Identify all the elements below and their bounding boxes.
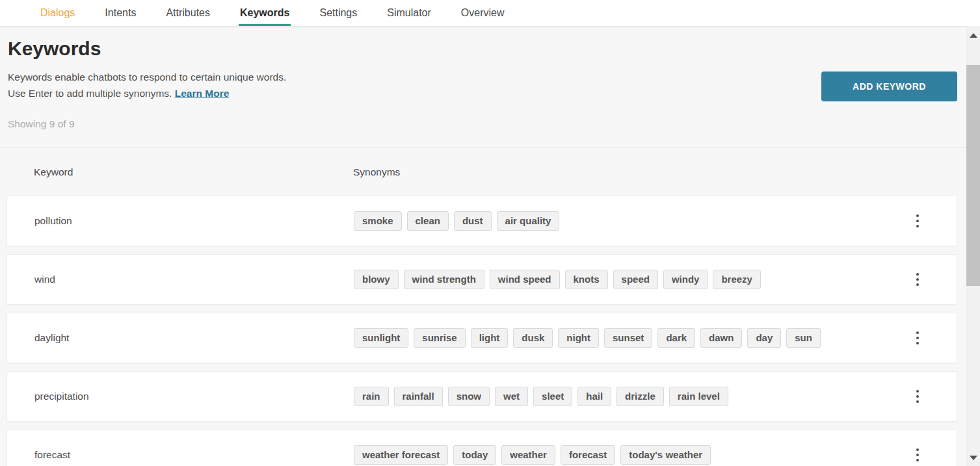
keyword-label: daylight <box>34 332 69 344</box>
synonym-chip: drizzle <box>616 387 664 406</box>
synonym-chip: snow <box>448 387 490 406</box>
synonym-chip: dust <box>454 211 492 231</box>
synonym-chip: today <box>453 445 496 465</box>
tab-keywords[interactable]: Keywords <box>239 0 291 26</box>
description-line1: Keywords enable chatbots to respond to c… <box>8 71 286 83</box>
row-menu-kebab-icon[interactable] <box>912 386 923 407</box>
keyword-label: forecast <box>34 449 70 461</box>
synonym-chip: sun <box>786 328 821 348</box>
table-row[interactable]: precipitation rainrainfallsnowwetsleetha… <box>7 371 957 422</box>
keyword-label: pollution <box>34 215 72 227</box>
synonym-chip-group: blowywind strengthwind speedknotsspeedwi… <box>354 270 761 289</box>
synonym-chip: blowy <box>354 270 399 289</box>
scroll-up-icon[interactable] <box>970 33 977 38</box>
scrollbar-thumb[interactable] <box>966 65 980 286</box>
synonym-chip: dark <box>657 328 695 348</box>
tab-attributes[interactable]: Attributes <box>165 0 211 26</box>
synonym-chip: wet <box>495 387 528 406</box>
synonym-chip: air quality <box>497 211 560 231</box>
synonym-chip: knots <box>565 270 608 289</box>
synonym-chip: rain <box>354 387 389 406</box>
tab-dialogs[interactable]: Dialogs <box>39 0 76 26</box>
add-keyword-button[interactable]: ADD KEYWORD <box>821 71 957 101</box>
synonym-chip: dusk <box>513 328 553 348</box>
column-header-keyword: Keyword <box>34 166 73 178</box>
showing-count: Showing 9 of 9 <box>8 118 966 130</box>
row-menu-kebab-icon[interactable] <box>912 445 923 465</box>
synonym-chip: day <box>747 328 781 348</box>
tab-simulator[interactable]: Simulator <box>386 0 432 26</box>
synonym-chip: forecast <box>561 445 615 465</box>
synonym-chip: weather forecast <box>354 445 448 465</box>
keyword-list: pollution smokecleandustair quality wind… <box>7 196 957 466</box>
synonym-chip-group: smokecleandustair quality <box>354 211 559 231</box>
synonym-chip: breezy <box>713 270 761 289</box>
synonym-chip: sunlight <box>354 328 408 348</box>
synonym-chip-group: weather forecasttodayweatherforecasttoda… <box>354 445 711 465</box>
synonym-chip: today's weather <box>620 445 711 465</box>
description-line2: Use Enter to add multiple synonyms. <box>8 88 172 99</box>
synonym-chip: hail <box>577 387 611 406</box>
synonym-chip-group: sunlightsunriselightdusknightsunsetdarkd… <box>354 328 821 348</box>
table-header: Keyword Synonyms <box>0 148 966 196</box>
row-menu-kebab-icon[interactable] <box>912 269 923 290</box>
synonym-chip: speed <box>613 270 658 289</box>
top-nav: Dialogs Intents Attributes Keywords Sett… <box>0 0 980 26</box>
learn-more-link[interactable]: Learn More <box>175 88 230 99</box>
tab-settings[interactable]: Settings <box>318 0 358 26</box>
synonym-chip: wind speed <box>490 270 560 289</box>
table-row[interactable]: forecast weather forecasttodayweatherfor… <box>7 430 957 466</box>
synonym-chip: wind strength <box>404 270 484 289</box>
synonym-chip: rainfall <box>394 387 443 406</box>
synonym-chip: clean <box>407 211 449 231</box>
column-header-synonyms: Synonyms <box>353 166 400 178</box>
tab-overview[interactable]: Overview <box>460 0 506 26</box>
scroll-down-icon[interactable] <box>970 456 977 460</box>
table-row[interactable]: wind blowywind strengthwind speedknotssp… <box>7 254 957 305</box>
synonym-chip: sunrise <box>414 328 465 348</box>
synonym-chip: windy <box>663 270 708 289</box>
synonym-chip: rain level <box>669 387 728 406</box>
vertical-scrollbar[interactable] <box>966 26 980 466</box>
table-row[interactable]: pollution smokecleandustair quality <box>7 196 957 246</box>
synonym-chip: light <box>471 328 509 348</box>
page-title: Keywords <box>8 38 966 60</box>
synonym-chip-group: rainrainfallsnowwetsleethaildrizzlerain … <box>354 387 728 406</box>
synonym-chip: night <box>558 328 599 348</box>
table-row[interactable]: daylight sunlightsunriselightdusknightsu… <box>7 313 957 363</box>
row-menu-kebab-icon[interactable] <box>912 211 923 231</box>
keywords-page: Keywords Keywords enable chatbots to res… <box>0 26 966 466</box>
synonym-chip: sunset <box>604 328 652 348</box>
synonym-chip: sleet <box>533 387 572 406</box>
keyword-label: wind <box>34 274 55 285</box>
row-menu-kebab-icon[interactable] <box>912 328 923 348</box>
synonym-chip: dawn <box>700 328 742 348</box>
keyword-label: precipitation <box>34 391 89 402</box>
tab-intents[interactable]: Intents <box>103 0 137 26</box>
synonym-chip: weather <box>501 445 555 465</box>
synonym-chip: smoke <box>354 211 402 231</box>
